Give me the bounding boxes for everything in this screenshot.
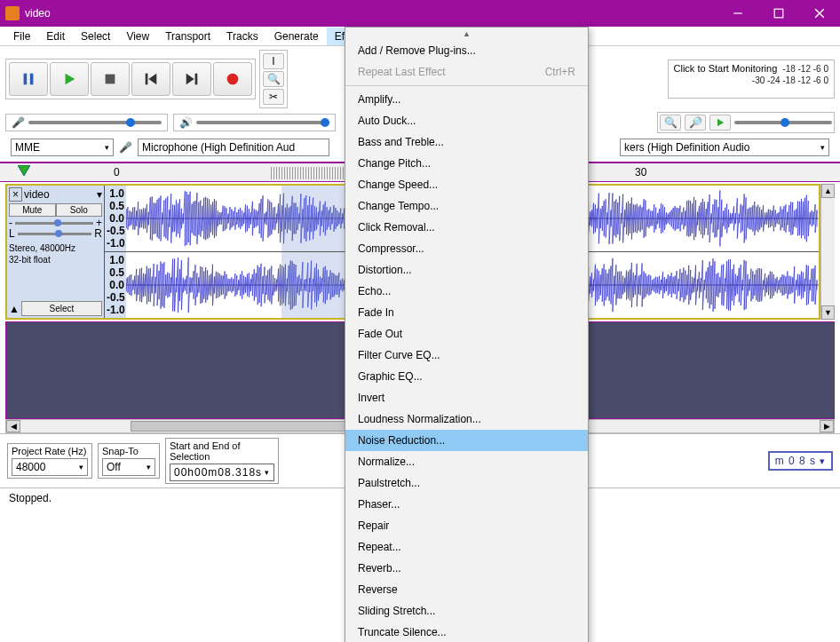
svg-rect-1 bbox=[774, 9, 783, 18]
time-counter[interactable]: m 0 8 s▾ bbox=[768, 451, 833, 471]
cut-tool[interactable]: ✂ bbox=[263, 89, 284, 105]
menu-generate[interactable]: Generate bbox=[266, 28, 327, 45]
vertical-scale: 1.00.50.0-0.5-1.0 bbox=[105, 186, 126, 251]
effect-item[interactable]: Paulstretch... bbox=[345, 472, 588, 494]
zoom-in-button[interactable]: 🔍 bbox=[660, 115, 681, 131]
track-info: 32-bit float bbox=[9, 255, 102, 265]
selection-tool[interactable]: I bbox=[263, 53, 284, 69]
stop-button[interactable] bbox=[91, 62, 130, 96]
pan-slider[interactable]: LR bbox=[9, 229, 102, 238]
effect-item[interactable]: Graphic EQ... bbox=[345, 366, 588, 387]
effect-item[interactable]: Repair bbox=[345, 515, 588, 536]
minimize-button[interactable] bbox=[717, 0, 758, 27]
vertical-scrollbar[interactable]: ▲ ▼ bbox=[820, 184, 835, 320]
effect-item[interactable]: Echo... bbox=[345, 281, 588, 302]
label: Project Rate (Hz) bbox=[12, 446, 88, 456]
effect-item[interactable]: Phaser... bbox=[345, 494, 588, 515]
effect-item[interactable]: Change Speed... bbox=[345, 174, 588, 195]
mic-icon: 🎤 bbox=[119, 141, 132, 154]
zoom-out-button[interactable]: 🔎 bbox=[685, 115, 706, 131]
svg-rect-4 bbox=[24, 74, 28, 85]
record-volume-slider[interactable]: 🎤 bbox=[5, 114, 168, 131]
titlebar: video bbox=[0, 0, 840, 27]
skip-start-button[interactable] bbox=[131, 62, 170, 96]
project-rate-select[interactable]: 48000▾ bbox=[12, 458, 88, 476]
timeline-selection[interactable] bbox=[271, 167, 346, 179]
output-device-select[interactable]: kers (High Definition Audio▾ bbox=[620, 139, 829, 156]
snap-to-select[interactable]: Off▾ bbox=[102, 458, 155, 476]
window-title: video bbox=[25, 7, 717, 20]
mute-button[interactable]: Mute bbox=[9, 203, 56, 217]
record-button[interactable] bbox=[213, 62, 252, 96]
playback-volume-slider[interactable]: 🔊 bbox=[173, 114, 336, 131]
mic-icon: 🎤 bbox=[12, 116, 25, 129]
effect-item[interactable]: Repeat... bbox=[345, 536, 588, 558]
close-button[interactable] bbox=[799, 0, 840, 27]
effect-item[interactable]: Change Tempo... bbox=[345, 195, 588, 217]
gain-slider[interactable]: -+ bbox=[9, 218, 102, 227]
vertical-scale: 1.00.50.0-0.5-1.0 bbox=[105, 252, 126, 318]
app-icon bbox=[5, 6, 20, 20]
svg-rect-8 bbox=[146, 74, 148, 85]
effect-item[interactable]: Reverb... bbox=[345, 558, 588, 579]
transport-toolbar bbox=[5, 59, 256, 99]
menu-tracks[interactable]: Tracks bbox=[218, 28, 266, 45]
menu-transport[interactable]: Transport bbox=[157, 28, 218, 45]
status-text: Stopped. bbox=[9, 492, 52, 504]
effect-item[interactable]: Add / Remove Plug-ins... bbox=[345, 40, 588, 61]
label: Snap-To bbox=[102, 446, 155, 456]
menu-edit[interactable]: Edit bbox=[38, 28, 73, 45]
effect-item[interactable]: Bass and Treble... bbox=[345, 131, 588, 153]
playhead-icon[interactable] bbox=[18, 165, 30, 178]
maximize-button[interactable] bbox=[758, 0, 799, 27]
tools-toolbar: I 🔍 ✂ bbox=[259, 50, 288, 108]
menu-view[interactable]: View bbox=[118, 28, 157, 45]
monitor-text: Click to Start Monitoring bbox=[674, 63, 778, 74]
effect-item[interactable]: Reverse bbox=[345, 579, 588, 600]
effect-item[interactable]: Invert bbox=[345, 387, 588, 408]
collapse-button[interactable]: ▲ bbox=[9, 303, 20, 315]
effect-item[interactable]: Auto Duck... bbox=[345, 110, 588, 131]
effect-item[interactable]: Normalize... bbox=[345, 451, 588, 472]
svg-marker-6 bbox=[66, 74, 75, 85]
effect-item[interactable]: Compressor... bbox=[345, 238, 588, 259]
effect-item[interactable]: Distortion... bbox=[345, 259, 588, 281]
track-name[interactable]: video bbox=[24, 188, 95, 201]
svg-marker-9 bbox=[148, 74, 156, 85]
effect-item[interactable]: Loudness Normalization... bbox=[345, 408, 588, 430]
record-meter[interactable]: Click to Start Monitoring -18 -12 -6 0 -… bbox=[668, 59, 835, 99]
input-device-select[interactable]: Microphone (High Definition Aud bbox=[138, 139, 329, 156]
effect-item[interactable]: Truncate Silence... bbox=[345, 622, 588, 642]
effect-item[interactable]: Filter Curve EQ... bbox=[345, 345, 588, 366]
audio-host-select[interactable]: MME▾ bbox=[11, 139, 114, 156]
menu-file[interactable]: File bbox=[5, 28, 38, 45]
skip-end-button[interactable] bbox=[172, 62, 211, 96]
zoom-tool[interactable]: 🔍 bbox=[263, 71, 284, 87]
effect-item: Repeat Last EffectCtrl+R bbox=[345, 61, 588, 83]
play-button-small[interactable] bbox=[709, 115, 731, 131]
track-control-panel: × video ▾ Mute Solo -+ LR Stereo, 48000H… bbox=[7, 186, 105, 318]
svg-marker-13 bbox=[717, 119, 724, 126]
pause-button[interactable] bbox=[9, 62, 48, 96]
effect-item[interactable]: Fade In bbox=[345, 302, 588, 323]
label: Start and End of Selection bbox=[170, 440, 274, 462]
effect-item[interactable]: Fade Out bbox=[345, 323, 588, 345]
select-button[interactable]: Select bbox=[21, 301, 102, 316]
timeline-tick: 0 bbox=[114, 166, 120, 178]
playback-speed-slider[interactable] bbox=[734, 121, 832, 124]
meter-ticks: -18 -12 -6 0 bbox=[782, 64, 828, 74]
effect-item[interactable]: Noise Reduction... bbox=[345, 430, 588, 451]
effect-item[interactable]: Change Pitch... bbox=[345, 153, 588, 174]
effect-item[interactable]: Sliding Stretch... bbox=[345, 600, 588, 622]
selection-start-field[interactable]: 00h00m08.318s▾ bbox=[170, 464, 274, 481]
play-button[interactable] bbox=[50, 62, 89, 96]
svg-rect-5 bbox=[30, 74, 34, 85]
menu-select[interactable]: Select bbox=[73, 28, 118, 45]
solo-button[interactable]: Solo bbox=[56, 203, 103, 217]
track-close-button[interactable]: × bbox=[9, 187, 22, 202]
menu-scroll-up[interactable]: ▲ bbox=[345, 28, 588, 40]
track-menu-button[interactable]: ▾ bbox=[97, 188, 102, 201]
effect-item[interactable]: Click Removal... bbox=[345, 217, 588, 238]
svg-point-12 bbox=[227, 74, 239, 85]
effect-item[interactable]: Amplify... bbox=[345, 89, 588, 110]
